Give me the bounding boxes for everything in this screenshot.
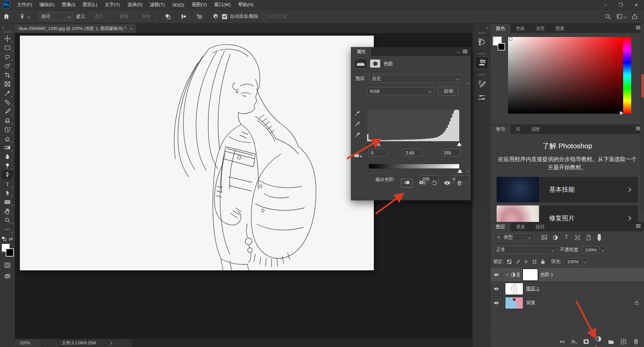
workspace-icon[interactable] [616,13,627,20]
tab-properties[interactable]: 属性 [351,47,371,56]
share-icon[interactable] [631,13,638,20]
delete-adjustment-icon[interactable] [456,180,463,186]
menu-edit[interactable]: 编辑(E) [36,0,58,9]
histogram-refresh-icon[interactable] [354,152,363,158]
foreground-background-swatches[interactable] [2,244,13,257]
menu-3d[interactable]: 3D(D) [169,0,188,9]
lasso-tool[interactable] [2,52,13,61]
layer-row-background[interactable]: 背景 [491,296,644,310]
dodge-tool[interactable] [2,161,13,170]
menu-select[interactable]: 选择(S) [124,0,146,9]
zoom-level[interactable]: 100% [15,339,41,347]
visibility-icon[interactable] [443,180,451,186]
background-color-swatch[interactable] [498,43,505,50]
align-edges-checkbox[interactable] [261,14,266,19]
clone-stamp-tool[interactable] [2,116,13,125]
eyedropper-tool[interactable] [2,88,13,98]
history-brush-tool[interactable] [2,125,13,134]
toolbar-grip[interactable] [4,31,11,33]
tab-swatches[interactable]: 色板 [510,24,530,33]
hue-slider-pointer[interactable] [620,111,623,115]
tab-paths[interactable]: 路径 [530,223,550,231]
gear-icon[interactable] [212,13,219,20]
lock-transparency-icon[interactable] [506,259,512,265]
input-mid-field[interactable]: 2.83 [403,149,422,156]
document-size-info[interactable]: 文档:3.12M/6.25M [42,339,132,347]
zoom-tool[interactable] [2,216,13,225]
properties-3d-icon[interactable] [475,56,489,69]
filter-smart-objects-icon[interactable] [585,234,592,241]
layer-name[interactable]: 色阶 1 [540,272,553,278]
levels-adjustment-icon[interactable] [355,59,367,68]
menu-filter[interactable]: 滤镜(T) [146,0,169,9]
brush-tool[interactable] [2,107,13,116]
white-point-eyedropper-icon[interactable] [354,131,361,138]
fx-icon[interactable]: fx [571,339,577,344]
layer-lock-icon[interactable] [634,300,639,305]
type-tool[interactable]: T [2,179,13,188]
panel-menu-icon[interactable] [636,26,641,29]
background-color-swatch[interactable] [6,248,14,257]
layer-filter-select[interactable]: 类型 [493,233,534,241]
status-chevron-icon[interactable] [109,341,112,345]
brush-settings-icon[interactable] [475,77,489,90]
layer-thumbnail[interactable] [505,297,523,309]
scrollbar-thumb[interactable] [641,74,644,98]
toolbar-collapse-icon[interactable]: » [0,24,5,30]
layer-name[interactable]: 背景 [526,300,535,306]
fill-dropdown-icon[interactable] [582,258,588,265]
tutorial-card-retouch[interactable]: 修复照片 [497,205,638,222]
panel-scrollbar[interactable] [640,24,644,212]
layer-row-layer1[interactable]: 图层 1 [491,282,644,296]
blend-mode-select[interactable]: 正常 [493,246,557,254]
opacity-dropdown-icon[interactable] [600,246,606,254]
lock-all-icon[interactable] [540,259,546,265]
filter-toggle-switch[interactable] [597,233,602,241]
pen-tool-preset-icon[interactable] [19,13,30,20]
delete-layer-icon[interactable] [633,338,639,345]
layer-row-levels[interactable]: 色阶 1 [491,268,644,282]
menu-type[interactable]: 文字(Y) [101,0,124,9]
menu-view[interactable]: 视图(V) [188,0,211,9]
tab-color[interactable]: 颜色 [491,24,510,33]
swap-colors-icon[interactable] [8,237,13,241]
channel-select[interactable]: RGB [367,87,434,95]
screen-mode-icon[interactable] [2,272,13,281]
crop-tool[interactable] [2,70,13,79]
visibility-eye-icon[interactable] [491,268,502,282]
dock-grip[interactable] [478,32,486,34]
path-arrangement-icon[interactable] [196,12,204,21]
visibility-eye-icon[interactable] [491,296,502,310]
adjustment-layer-icon[interactable] [595,336,602,347]
new-layer-icon[interactable] [620,338,627,345]
properties-scrollbar[interactable] [466,83,470,172]
menu-file[interactable]: 文件(F) [13,0,36,9]
clip-to-layer-icon[interactable] [401,179,413,188]
tab-learn[interactable]: 学习 [491,125,510,134]
reset-adjustment-icon[interactable] [431,180,438,186]
tab-adjustments[interactable]: 调整 [526,125,546,134]
document-canvas[interactable] [20,36,374,270]
menu-layer[interactable]: 图层(L) [79,0,101,9]
tool-mode-select[interactable]: 路径 [38,12,73,21]
view-previous-state-icon[interactable] [418,180,426,186]
dock-grip[interactable] [478,74,486,75]
link-layers-icon[interactable] [559,338,566,345]
mask-link-icon[interactable] [516,272,520,278]
marquee-tool[interactable] [2,43,13,52]
history-icon[interactable] [475,36,489,48]
healing-brush-tool[interactable] [2,98,13,107]
panel-menu-icon[interactable] [636,127,641,130]
document-tab[interactable]: blue-2564660_1280.jpg @ 100% (色阶 1, 图层蒙版… [15,24,136,33]
mask-properties-icon[interactable] [370,60,380,68]
gradient-tool[interactable] [2,143,13,152]
menu-window[interactable]: 窗口(W) [211,0,235,9]
edit-toolbar-icon[interactable] [2,225,13,234]
minimize-button[interactable]: – [598,0,613,9]
color-panel-swatches[interactable] [493,37,506,50]
object-selection-tool[interactable] [2,61,13,70]
layer-mask-thumbnail[interactable] [523,269,538,280]
filter-pixel-layers-icon[interactable] [541,234,547,241]
tab-channels[interactable]: 通道 [510,223,530,231]
auto-add-delete-checkbox[interactable] [222,14,227,19]
